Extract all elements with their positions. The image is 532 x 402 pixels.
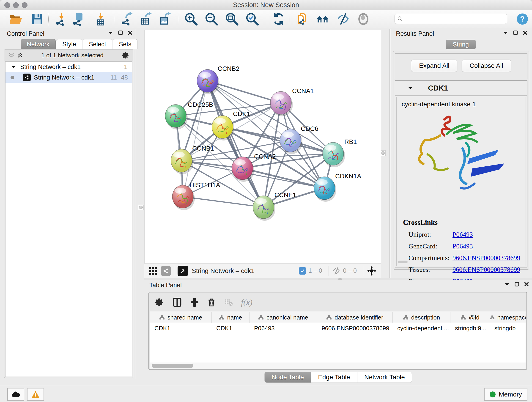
- hide-unselected-button[interactable]: [336, 12, 350, 26]
- window-title: Session: New Session: [0, 0, 532, 10]
- tab-string[interactable]: String: [446, 40, 476, 49]
- tab-style[interactable]: Style: [56, 39, 82, 49]
- minimize-window-icon[interactable]: [13, 2, 19, 8]
- cloud-status-button[interactable]: [7, 388, 24, 401]
- export-network-button[interactable]: [120, 12, 134, 26]
- network-collection-row[interactable]: String Network – cdk1 1: [6, 62, 132, 72]
- tree-expand-icon[interactable]: [11, 65, 16, 69]
- warning-status-button[interactable]: [27, 388, 44, 401]
- gear-icon[interactable]: [122, 51, 129, 59]
- node-gloss: [273, 94, 284, 100]
- float-panel-icon[interactable]: [118, 31, 123, 35]
- node-label: CDC25B: [188, 101, 213, 108]
- search-input[interactable]: [403, 15, 505, 23]
- home-button[interactable]: [316, 12, 329, 26]
- results-scrollbar-thumb[interactable]: [398, 261, 408, 263]
- eye-slash-blue-icon: [336, 12, 350, 26]
- delete-table-icon[interactable]: [224, 298, 233, 307]
- collapse-section-icon[interactable]: [408, 86, 413, 89]
- hidden-items-icon[interactable]: [332, 267, 341, 275]
- crosslink-label: Tissues:: [409, 266, 452, 274]
- left-splitter-handle[interactable]: [138, 205, 144, 210]
- node-gloss: [282, 132, 294, 138]
- expand-all-icon[interactable]: [17, 52, 23, 58]
- maximize-window-icon[interactable]: [22, 2, 27, 8]
- float-panel-icon[interactable]: [515, 282, 519, 287]
- column-header[interactable]: canonical name: [249, 312, 317, 323]
- import-database-button[interactable]: [72, 12, 86, 26]
- crosslink-link[interactable]: 9606.ENSP00000378699: [452, 266, 520, 274]
- close-panel-icon[interactable]: [524, 282, 529, 287]
- cdk1-header[interactable]: CDK1: [395, 81, 527, 96]
- tab-select[interactable]: Select: [83, 39, 112, 49]
- network-edge[interactable]: [183, 197, 264, 207]
- zoom-fit-button[interactable]: [225, 12, 239, 26]
- close-window-icon[interactable]: [4, 2, 10, 8]
- expand-all-button[interactable]: Expand All: [411, 60, 457, 72]
- network-view[interactable]: CCNB2CCNA1CDC25BCDK1CDC6RB1CCNB1CCNA2CDK…: [144, 30, 381, 263]
- string-view-icon[interactable]: [161, 266, 171, 276]
- selected-nodes-checkbox[interactable]: [299, 267, 306, 274]
- panel-menu-icon[interactable]: [505, 283, 510, 286]
- refresh-layout-button[interactable]: [272, 12, 285, 26]
- crosslink-link[interactable]: P06493: [452, 242, 473, 250]
- import-network-button[interactable]: [55, 12, 68, 26]
- export-image-button[interactable]: [158, 12, 171, 26]
- tab-network[interactable]: Network: [21, 39, 56, 49]
- memory-button[interactable]: Memory: [484, 388, 527, 401]
- column-header[interactable]: shared name: [150, 312, 212, 323]
- grid-view-icon[interactable]: [148, 266, 158, 275]
- column-header[interactable]: database identifier: [317, 312, 393, 323]
- show-all-button[interactable]: [356, 12, 370, 26]
- network-row[interactable]: String Network – cdk1 11 48: [6, 72, 132, 83]
- zoom-out-button[interactable]: [205, 12, 218, 26]
- table-header-row: shared namenamecanonical namedatabase id…: [150, 312, 526, 323]
- function-builder-icon[interactable]: f(x): [241, 298, 253, 307]
- create-column-icon[interactable]: [190, 298, 199, 307]
- column-header[interactable]: name: [212, 312, 249, 323]
- crosslink-link[interactable]: 9606.ENSP00000378699: [452, 254, 520, 262]
- delete-column-trash-icon[interactable]: [207, 298, 216, 307]
- close-panel-icon[interactable]: [523, 31, 527, 35]
- table-horizontal-scrollbar[interactable]: [150, 363, 526, 369]
- control-panel-tabs: NetworkStyleSelectSets: [21, 39, 138, 49]
- tab-network-table[interactable]: Network Table: [357, 372, 412, 383]
- column-header[interactable]: @id: [450, 312, 490, 323]
- tab-node-table[interactable]: Node Table: [264, 372, 311, 383]
- hidden-count: 0 – 0: [343, 267, 357, 274]
- birds-eye-view-button[interactable]: [177, 266, 188, 276]
- float-panel-icon[interactable]: [513, 31, 518, 35]
- import-table-button[interactable]: [94, 12, 108, 26]
- tab-edge-table[interactable]: Edge Table: [311, 372, 357, 383]
- column-header[interactable]: description: [393, 312, 450, 323]
- collapse-all-button[interactable]: Collapse All: [462, 60, 511, 72]
- zoom-in-button[interactable]: [184, 12, 198, 26]
- panel-menu-icon[interactable]: [108, 31, 113, 34]
- table-settings-gear-icon[interactable]: [155, 298, 164, 307]
- open-session-button[interactable]: [9, 12, 22, 26]
- panel-menu-icon[interactable]: [503, 31, 508, 34]
- pan-move-icon[interactable]: [367, 266, 377, 276]
- clone-network-button[interactable]: [296, 12, 310, 26]
- show-columns-icon[interactable]: [172, 298, 182, 307]
- memory-status-dot: [490, 391, 496, 397]
- crosslink-link[interactable]: P06493: [452, 231, 473, 238]
- table-row[interactable]: CDK1CDK1P064939606.ENSP00000378699cyclin…: [150, 323, 526, 333]
- column-header-label: @id: [469, 314, 480, 321]
- node-label: CCNE1: [274, 191, 296, 198]
- refresh-icon: [272, 12, 285, 26]
- column-header[interactable]: namespace: [490, 312, 526, 323]
- close-panel-icon[interactable]: [128, 31, 133, 35]
- help-button[interactable]: ?: [516, 13, 528, 25]
- tab-sets[interactable]: Sets: [113, 39, 138, 49]
- export-table-button[interactable]: [139, 12, 152, 26]
- scrollbar-thumb[interactable]: [152, 364, 193, 368]
- column-type-icon: [159, 315, 165, 320]
- table-toolbar: f(x): [155, 296, 253, 309]
- network-edge[interactable]: [183, 81, 208, 197]
- collapse-all-icon[interactable]: [8, 52, 14, 58]
- import-table-icon: [94, 12, 108, 26]
- save-session-button[interactable]: [30, 12, 44, 26]
- zoom-selected-button[interactable]: [245, 12, 259, 26]
- network-status-dot: [11, 76, 14, 79]
